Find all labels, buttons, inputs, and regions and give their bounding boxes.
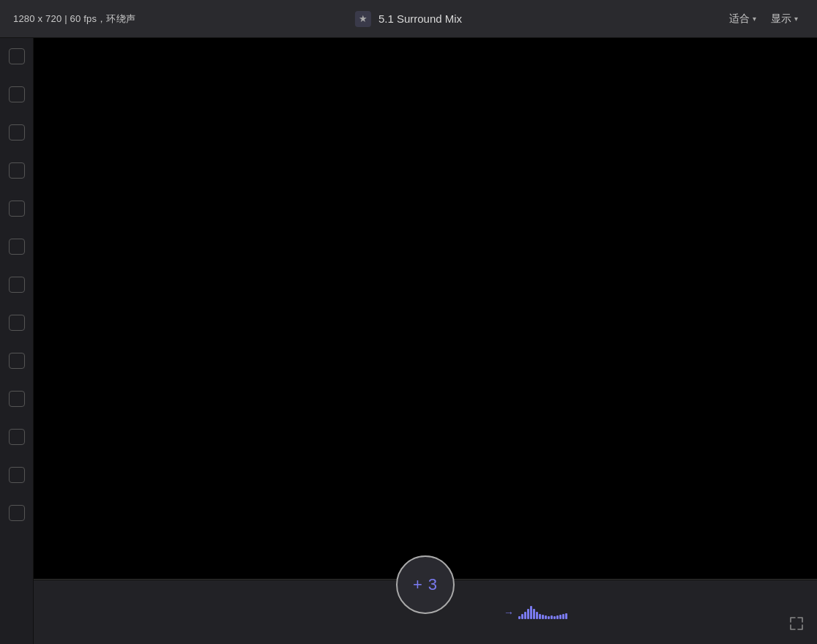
meter-bar-4 — [527, 609, 529, 619]
track-checkbox-12[interactable] — [9, 467, 25, 483]
meter-bar-7 — [536, 612, 538, 619]
track-checkbox-11[interactable] — [9, 429, 25, 445]
track-checkbox-10[interactable] — [9, 391, 25, 407]
meter-bar-11 — [548, 616, 550, 619]
display-chevron-icon: ▾ — [794, 15, 798, 23]
track-checkbox-5[interactable] — [9, 201, 25, 217]
project-title: 5.1 Surround Mix — [378, 12, 462, 25]
content-area: + 3 → — [34, 38, 817, 644]
fit-label: 适合 — [729, 12, 750, 26]
display-button[interactable]: 显示 ▾ — [765, 10, 804, 29]
track-checkbox-13[interactable] — [9, 505, 25, 521]
track-checkbox-3[interactable] — [9, 124, 25, 141]
meter-bar-13 — [553, 616, 556, 619]
track-checkbox-6[interactable] — [9, 239, 25, 255]
meter-bars-container — [518, 606, 567, 619]
meter-bar-3 — [524, 612, 526, 619]
star-badge-icon[interactable]: ★ — [355, 11, 371, 27]
track-checkbox-2[interactable] — [9, 86, 25, 102]
audio-meter: → — [504, 606, 567, 619]
track-checkbox-1[interactable] — [9, 48, 25, 64]
bottom-bar: + 3 → — [34, 580, 817, 644]
fit-chevron-icon: ▾ — [753, 15, 756, 23]
toolbar-left: 1280 x 720 | 60 fps，环绕声 — [13, 12, 135, 26]
track-checkbox-9[interactable] — [9, 353, 25, 369]
meter-bar-16 — [562, 614, 564, 619]
expand-button[interactable] — [786, 613, 807, 634]
fit-button[interactable]: 适合 ▾ — [723, 10, 762, 29]
meter-bar-10 — [545, 615, 547, 619]
display-label: 显示 — [771, 12, 791, 26]
track-checkbox-4[interactable] — [9, 162, 25, 179]
plus-badge-button[interactable]: + 3 — [396, 555, 455, 614]
meter-bar-8 — [539, 614, 541, 619]
meter-bar-6 — [533, 609, 535, 619]
track-checkbox-7[interactable] — [9, 277, 25, 293]
video-panel — [34, 38, 817, 580]
video-info-label: 1280 x 720 | 60 fps，环绕声 — [13, 12, 135, 26]
meter-bar-17 — [565, 613, 567, 619]
track-checkbox-8[interactable] — [9, 315, 25, 331]
toolbar-right: 适合 ▾ 显示 ▾ — [723, 10, 804, 29]
toolbar: 1280 x 720 | 60 fps，环绕声 ★ 5.1 Surround M… — [0, 0, 817, 38]
meter-bar-9 — [542, 615, 544, 619]
meter-bar-2 — [521, 614, 523, 619]
meter-bar-1 — [518, 616, 521, 619]
meter-bar-12 — [551, 615, 553, 619]
meter-bar-15 — [559, 615, 562, 619]
meter-bar-5 — [530, 606, 532, 619]
meter-bar-14 — [556, 615, 559, 619]
arrow-icon: → — [504, 607, 514, 618]
sidebar-checkboxes — [0, 38, 34, 644]
main-content: + 3 → — [0, 38, 817, 644]
toolbar-center: ★ 5.1 Surround Mix — [355, 11, 462, 27]
plus-badge-label: + 3 — [413, 575, 438, 594]
